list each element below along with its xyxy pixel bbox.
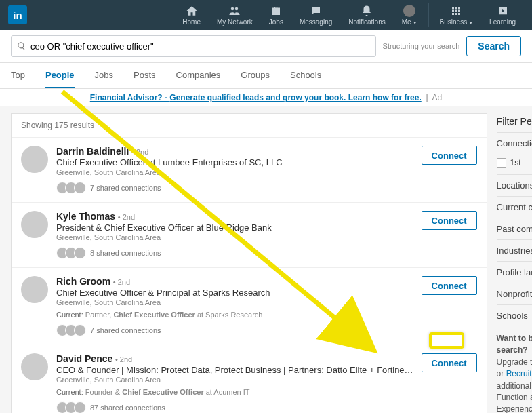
filter-section[interactable]: Current companies⌄ [497,196,532,218]
search-icon [17,41,26,51]
filter-section[interactable]: Locations⌄ [497,174,532,196]
filter-header: Filter People by [497,113,532,132]
connect-button[interactable]: Connect [422,211,477,230]
connection-degree: • 2nd [113,278,130,286]
connect-button[interactable]: Connect [422,353,477,372]
person-name[interactable]: Darrin Baldinelli [56,146,129,157]
avatar[interactable] [21,146,48,173]
nav-notifications[interactable]: Notifications [340,0,393,30]
ad-banner[interactable]: Financial Advisor? - Generate qualified … [0,89,532,106]
results-count: Showing 175 results [12,114,487,137]
home-icon [186,5,198,17]
nav-business[interactable]: Business▼ [432,0,482,30]
results-panel: Showing 175 results Darrin Baldinelli • … [11,113,487,413]
search-row: Structuring your search Search [0,30,532,63]
shared-connections[interactable]: 7 shared connections [56,182,413,194]
tab-people[interactable]: People [45,63,75,88]
tab-groups[interactable]: Groups [241,63,270,88]
person-location: Greenville, South Carolina Area [56,233,413,241]
ad-link[interactable]: Financial Advisor? - Generate qualified … [90,93,422,102]
nav-jobs[interactable]: Jobs [261,0,291,30]
avatar[interactable] [21,353,48,380]
structuring-link[interactable]: Structuring your search [383,42,460,50]
result-card: David Pence • 2nd CEO & Founder | Missio… [12,345,487,413]
person-headline: Chief Executive Officer at Lumbee Enterp… [56,157,413,168]
filter-section[interactable]: Industries⌄ [497,239,532,261]
filter-section[interactable]: Schools⌄ [497,304,532,326]
person-location: Greenville, South Carolina Area [56,376,413,384]
filter-section[interactable]: Nonprofit interests⌄ [497,283,532,304]
tab-jobs[interactable]: Jobs [95,63,113,88]
connection-degree: • 2nd [115,355,132,363]
person-name[interactable]: David Pence [56,353,112,364]
search-tabs: Top People Jobs Posts Companies Groups S… [0,63,532,89]
person-headline: President & Chief Executive Officer at B… [56,222,413,233]
shared-connections[interactable]: 87 shared connections [56,401,413,413]
person-headline: Chief Executive Officer & Principal at S… [56,288,413,298]
shared-connections[interactable]: 8 shared connections [56,247,413,259]
tab-schools[interactable]: Schools [290,63,321,88]
result-card: Rich Groom • 2nd Chief Executive Officer… [12,267,487,345]
bell-icon [361,5,373,17]
connection-filter-1st[interactable]: 1st [497,158,521,168]
tab-posts[interactable]: Posts [134,63,156,88]
upgrade-text: Want to better focus your search? Upgrad… [497,326,532,413]
connect-button[interactable]: Connect [422,146,477,165]
filter-section[interactable]: Past companies⌄ [497,218,532,239]
linkedin-logo[interactable]: in [8,5,27,24]
recruiter-link[interactable]: Recruiter [506,369,532,378]
nav-separator [428,3,429,27]
person-location: Greenville, South Carolina Area [56,298,413,307]
shared-connections[interactable]: 7 shared connections [56,324,413,336]
avatar[interactable] [21,211,48,238]
person-name[interactable]: Rich Groom [56,276,110,287]
filter-section[interactable]: Profile language⌄ [497,261,532,283]
connection-degree: • 2nd [118,213,135,221]
search-button[interactable]: Search [466,36,521,56]
connection-degree: • 2nd [131,148,148,156]
jobs-icon [270,5,282,17]
person-location: Greenville, South Carolina Area [56,168,413,176]
checkbox-icon [497,158,506,168]
result-card: Darrin Baldinelli • 2nd Chief Executive … [12,137,487,202]
avatar-icon [403,5,415,17]
nav-learning[interactable]: Learning [481,0,524,30]
current-role: Current: Partner, Chief Executive Office… [56,311,413,319]
nav-me[interactable]: Me▼ [394,0,426,30]
filter-connections[interactable]: Connections⌃ [497,132,532,154]
person-name[interactable]: Kyle Thomas [56,211,115,222]
current-role: Current: Founder & Chief Executive Offic… [56,388,413,396]
global-nav: in Home My Network Jobs Messaging Notifi… [0,0,532,30]
nav-home[interactable]: Home [174,0,209,30]
connect-button[interactable]: Connect [422,276,477,295]
network-icon [228,5,241,17]
tab-companies[interactable]: Companies [176,63,221,88]
content: Showing 175 results Darrin Baldinelli • … [0,106,532,413]
learning-icon [497,5,509,17]
nav-network[interactable]: My Network [209,0,261,30]
nav-messaging[interactable]: Messaging [291,0,340,30]
search-box[interactable] [11,35,376,57]
search-input[interactable] [30,41,370,52]
person-headline: CEO & Founder | Mission: Protect Data, P… [56,365,413,375]
filter-sidebar: Filter People by Connections⌃ 1st✓2nd3rd… [497,113,532,413]
result-card: Kyle Thomas • 2nd President & Chief Exec… [12,202,487,267]
tab-top[interactable]: Top [11,63,25,88]
avatar[interactable] [21,276,48,303]
grid-icon [450,5,462,17]
messaging-icon [310,5,322,17]
